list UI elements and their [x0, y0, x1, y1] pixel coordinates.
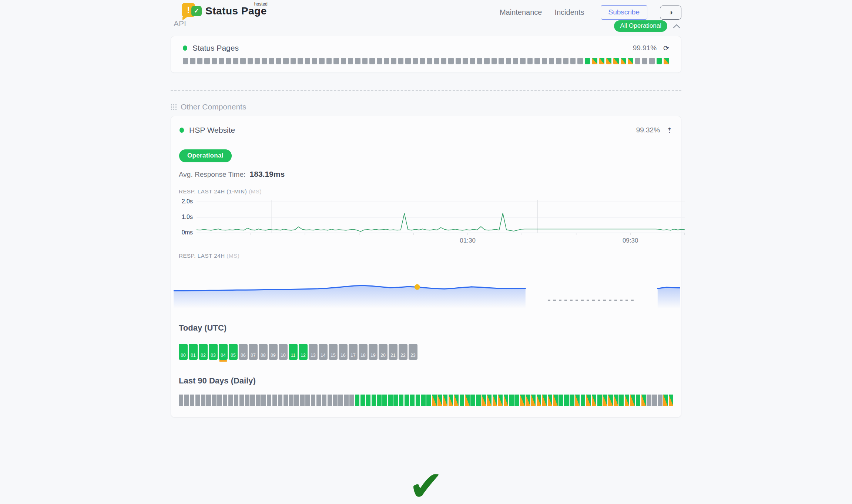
day-bar-na[interactable] — [311, 395, 315, 406]
day-bar-deg[interactable] — [526, 395, 530, 406]
day-bar-na[interactable] — [201, 395, 205, 406]
day-bar-na[interactable] — [328, 395, 332, 406]
uptime-bar-na[interactable] — [369, 58, 375, 64]
latest-point-marker[interactable] — [415, 284, 420, 290]
uptime-bar-na[interactable] — [255, 58, 260, 64]
uptime-bar-na[interactable] — [276, 58, 281, 64]
uptime-bar-na[interactable] — [190, 58, 195, 64]
day-bar-deg[interactable] — [537, 395, 541, 406]
uptime-bar-na[interactable] — [527, 58, 533, 64]
day-bar-deg[interactable] — [443, 395, 447, 406]
day-bar-up[interactable] — [377, 395, 382, 406]
uptime-bar-na[interactable] — [520, 58, 525, 64]
uptime-bar-na[interactable] — [326, 58, 332, 64]
uptime-bar-na[interactable] — [333, 58, 339, 64]
day-bar-deg[interactable] — [437, 395, 442, 406]
hour-block-10[interactable]: 10 — [279, 344, 288, 360]
uptime-bar-na[interactable] — [312, 58, 317, 64]
day-bar-na[interactable] — [333, 395, 338, 406]
uptime-bar-na[interactable] — [348, 58, 353, 64]
uptime-bar-deg[interactable] — [621, 58, 626, 64]
day-bar-na[interactable] — [658, 395, 662, 406]
uptime-bar-na[interactable] — [441, 58, 446, 64]
hour-block-12[interactable]: 12 — [299, 344, 308, 360]
uptime-bar-na[interactable] — [319, 58, 324, 64]
uptime-bar-deg[interactable] — [599, 58, 604, 64]
day-bar-na[interactable] — [278, 395, 282, 406]
day-bar-up[interactable] — [470, 395, 475, 406]
uptime-bar-na[interactable] — [204, 58, 209, 64]
day-bar-deg[interactable] — [608, 395, 613, 406]
day-bar-na[interactable] — [212, 395, 216, 406]
day-bar-na[interactable] — [267, 395, 271, 406]
uptime-bar-na[interactable] — [283, 58, 288, 64]
day-bar-na[interactable] — [305, 395, 310, 406]
hour-block-19[interactable]: 19 — [369, 344, 378, 360]
uptime-bar-na[interactable] — [434, 58, 439, 64]
day-bar-up[interactable] — [597, 395, 602, 406]
day-bar-up[interactable] — [559, 395, 563, 406]
day-bar-na[interactable] — [179, 395, 183, 406]
hour-block-01[interactable]: 01 — [189, 344, 198, 360]
uptime-bar-na[interactable] — [377, 58, 382, 64]
uptime-bar-na[interactable] — [534, 58, 540, 64]
uptime-bar-na[interactable] — [219, 58, 224, 64]
hour-block-18[interactable]: 18 — [359, 344, 368, 360]
hour-block-11[interactable]: 11 — [289, 344, 298, 360]
day-bar-deg[interactable] — [592, 395, 596, 406]
uptime-bar-na[interactable] — [577, 58, 583, 64]
uptime-bar-deg[interactable] — [628, 58, 633, 64]
day-bar-na[interactable] — [195, 395, 200, 406]
day-bar-na[interactable] — [223, 395, 227, 406]
theme-toggle-button[interactable]: ◑ — [660, 6, 681, 20]
day-bar-na[interactable] — [652, 395, 657, 406]
collapse-up-arrow-icon[interactable]: ⇡ — [667, 126, 672, 135]
day-bar-up[interactable] — [426, 395, 431, 406]
uptime-bar-na[interactable] — [499, 58, 504, 64]
uptime-bar-na[interactable] — [513, 58, 518, 64]
day-bar-deg[interactable] — [520, 395, 524, 406]
uptime-bar-na[interactable] — [413, 58, 418, 64]
hour-block-03[interactable]: 03 — [209, 344, 218, 360]
hour-block-06[interactable]: 06 — [239, 344, 248, 360]
uptime-bar-na[interactable] — [649, 58, 654, 64]
uptime-bar-na[interactable] — [341, 58, 346, 64]
day-bar-up[interactable] — [410, 395, 415, 406]
subscribe-button[interactable]: Subscribe — [601, 5, 648, 20]
day-bar-deg[interactable] — [498, 395, 503, 406]
day-bar-up[interactable] — [636, 395, 640, 406]
hour-block-17[interactable]: 17 — [349, 344, 358, 360]
day-bar-up[interactable] — [509, 395, 514, 406]
day-bar-up[interactable] — [570, 395, 574, 406]
uptime-bar-na[interactable] — [506, 58, 511, 64]
hour-block-22[interactable]: 22 — [399, 344, 407, 360]
day-bar-na[interactable] — [234, 395, 238, 406]
day-bar-deg[interactable] — [531, 395, 536, 406]
day-bar-na[interactable] — [289, 395, 293, 406]
day-bar-up[interactable] — [581, 395, 585, 406]
day-bar-up[interactable] — [382, 395, 387, 406]
day-bar-deg[interactable] — [603, 395, 607, 406]
day-bar-na[interactable] — [338, 395, 343, 406]
uptime-bar-na[interactable] — [197, 58, 202, 64]
uptime-bar-na[interactable] — [456, 58, 461, 64]
uptime-bar-na[interactable] — [212, 58, 217, 64]
uptime-bar-na[interactable] — [233, 58, 238, 64]
uptime-bar-na[interactable] — [262, 58, 267, 64]
hour-block-00[interactable]: 00 — [179, 344, 188, 360]
uptime-bar-na[interactable] — [420, 58, 425, 64]
uptime-bar-na[interactable] — [542, 58, 547, 64]
day-bar-up[interactable] — [476, 395, 480, 406]
day-bar-na[interactable] — [349, 395, 354, 406]
day-bar-na[interactable] — [245, 395, 249, 406]
day-bar-deg[interactable] — [482, 395, 486, 406]
chevron-up-icon[interactable] — [672, 24, 681, 29]
day-bar-up[interactable] — [514, 395, 519, 406]
uptime-bar-na[interactable] — [391, 58, 396, 64]
day-bar-na[interactable] — [184, 395, 189, 406]
day-bar-na[interactable] — [344, 395, 348, 406]
day-bar-na[interactable] — [647, 395, 651, 406]
day-bar-deg[interactable] — [630, 395, 635, 406]
uptime-bar-na[interactable] — [298, 58, 303, 64]
uptime-bar-na[interactable] — [563, 58, 568, 64]
